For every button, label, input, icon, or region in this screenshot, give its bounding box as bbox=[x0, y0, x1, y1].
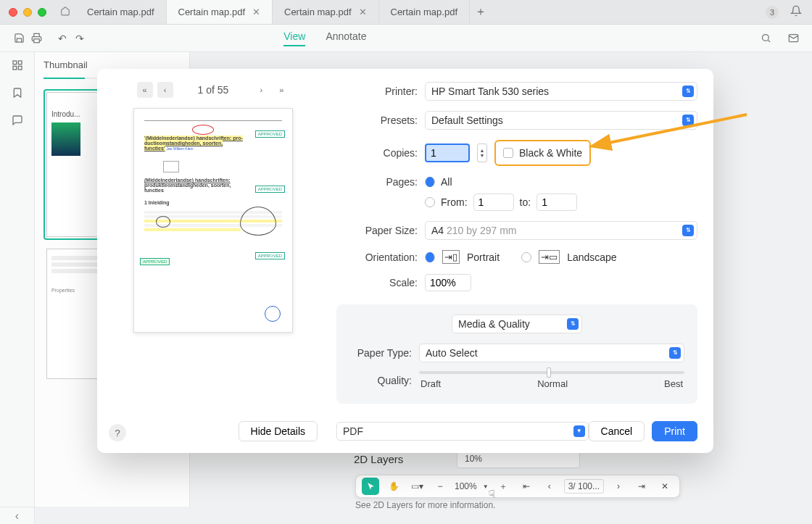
updown-icon: ⇅ bbox=[567, 318, 579, 330]
pages-all-label: All bbox=[441, 176, 452, 188]
close-tab-icon[interactable]: ✕ bbox=[359, 7, 367, 17]
zoom-in-icon[interactable]: ＋ bbox=[494, 478, 512, 495]
comments-panel-icon[interactable] bbox=[12, 115, 23, 129]
mail-icon[interactable] bbox=[784, 30, 802, 47]
to-input[interactable] bbox=[536, 194, 577, 211]
close-tab-icon[interactable]: ✕ bbox=[252, 7, 260, 17]
paper-type-label: Paper Type: bbox=[349, 347, 412, 359]
updown-icon: ⇅ bbox=[682, 115, 694, 126]
first-preview-icon[interactable]: « bbox=[137, 82, 153, 98]
portrait-icon: ⇥▯ bbox=[442, 250, 460, 264]
landscape-radio[interactable] bbox=[521, 252, 531, 262]
print-button[interactable]: Print bbox=[652, 421, 697, 441]
stamp-approved: APPROVED bbox=[255, 130, 285, 138]
quality-slider[interactable] bbox=[419, 371, 684, 374]
cursor-tool-icon[interactable] bbox=[362, 478, 379, 495]
portrait-radio[interactable] bbox=[425, 252, 435, 262]
cancel-button[interactable]: Cancel bbox=[589, 421, 645, 441]
tab-3[interactable]: Certain map.pdf bbox=[379, 0, 471, 24]
prev-page-icon[interactable]: ‹ bbox=[541, 478, 558, 495]
pages-range-radio[interactable] bbox=[425, 197, 435, 207]
tab-label: Certain map.pdf bbox=[391, 7, 458, 17]
fullscreen-window-icon[interactable] bbox=[38, 8, 46, 17]
search-icon[interactable] bbox=[757, 30, 774, 47]
tab-label: Certain map.pdf bbox=[87, 7, 154, 17]
copies-stepper[interactable]: ▲▼ bbox=[477, 144, 487, 162]
bookmarks-panel-icon[interactable] bbox=[12, 87, 23, 101]
zoom-out-icon[interactable]: − bbox=[431, 478, 449, 495]
print-preview: APPROVED '(Middelnederlandse) handschrif… bbox=[133, 108, 293, 333]
last-page-icon[interactable]: ⇥ bbox=[633, 478, 650, 495]
redo-icon[interactable]: ↷ bbox=[71, 30, 88, 47]
pdf-dropdown[interactable]: PDF ▼ bbox=[336, 422, 589, 441]
paper-size-value-a: A4 bbox=[431, 225, 444, 236]
hand-tool-icon[interactable]: ✋ bbox=[385, 478, 402, 495]
main-toolbar: ↶ ↷ View Annotate bbox=[0, 25, 812, 52]
page-indicator: 1 of 55 bbox=[198, 84, 229, 96]
q-draft: Draft bbox=[420, 378, 441, 389]
undo-icon[interactable]: ↶ bbox=[54, 30, 71, 47]
close-window-icon[interactable] bbox=[9, 8, 17, 17]
bell-icon[interactable] bbox=[790, 5, 802, 20]
paper-size-select[interactable]: A4 210 by 297 mm ⇅ bbox=[425, 221, 697, 240]
tab-0[interactable]: Certain map.pdf bbox=[75, 0, 167, 24]
landscape-icon: ⇥▭ bbox=[539, 250, 560, 264]
page-display-icon[interactable]: ▭▾ bbox=[408, 478, 426, 495]
printer-select[interactable]: HP Smart Tank 530 series ⇅ bbox=[425, 82, 697, 101]
bg-layers-title: 2D Layers bbox=[354, 453, 403, 465]
print-icon[interactable] bbox=[28, 30, 45, 47]
section-select[interactable]: Media & Quality ⇅ bbox=[452, 315, 582, 333]
new-tab-button[interactable]: ＋ bbox=[470, 4, 492, 20]
q-normal: Normal bbox=[537, 378, 568, 389]
minimize-window-icon[interactable] bbox=[23, 8, 32, 17]
paper-size-value-b: 210 by 297 mm bbox=[447, 225, 517, 236]
svg-rect-0 bbox=[33, 39, 39, 43]
left-rail bbox=[0, 52, 35, 507]
next-preview-icon[interactable]: › bbox=[253, 82, 269, 98]
thumbnails-panel-icon[interactable] bbox=[12, 59, 23, 74]
presets-select[interactable]: Default Settings ⇅ bbox=[425, 111, 697, 130]
svg-rect-4 bbox=[18, 61, 22, 65]
media-quality-section: Media & Quality ⇅ Paper Type: Auto Selec… bbox=[336, 304, 697, 404]
chevron-down-icon: ▼ bbox=[573, 425, 585, 437]
collapse-sidebar-icon[interactable]: ‹ bbox=[0, 507, 35, 524]
floating-toolbar: ✋ ▭▾ − 100% ▼ ＋ ⇤ ‹ 3/ 100... › ⇥ ✕ bbox=[355, 475, 680, 498]
close-toolbar-icon[interactable]: ✕ bbox=[656, 478, 674, 495]
bg-layers-hint: See 2D Layers for more information. bbox=[355, 500, 495, 510]
annotate-tab[interactable]: Annotate bbox=[326, 30, 366, 46]
paper-size-label: Paper Size: bbox=[336, 225, 418, 236]
from-input[interactable] bbox=[473, 194, 514, 211]
copies-input[interactable] bbox=[425, 144, 470, 162]
last-preview-icon[interactable]: » bbox=[273, 82, 289, 98]
hide-details-button[interactable]: Hide Details bbox=[239, 421, 318, 441]
scale-input[interactable] bbox=[425, 274, 471, 291]
tab-1[interactable]: Certain map.pdf ✕ bbox=[167, 0, 273, 24]
view-tab[interactable]: View bbox=[283, 30, 305, 46]
prev-preview-icon[interactable]: ‹ bbox=[157, 82, 173, 98]
print-dialog: « ‹ 1 of 55 › » APPROVED '(Middelnederla… bbox=[97, 69, 713, 453]
svg-point-1 bbox=[762, 35, 768, 41]
orientation-label: Orientation: bbox=[336, 251, 418, 263]
from-label: From: bbox=[441, 196, 468, 208]
svg-rect-5 bbox=[13, 66, 17, 70]
bw-highlight-box: Black & White bbox=[494, 140, 591, 166]
svg-rect-6 bbox=[18, 66, 22, 70]
titlebar: Certain map.pdf Certain map.pdf ✕ Certai… bbox=[0, 0, 812, 25]
tab-label: Certain map.pdf bbox=[178, 7, 246, 17]
bg-zoom-value: 10% bbox=[465, 454, 482, 464]
tab-2[interactable]: Certain map.pdf ✕ bbox=[273, 0, 379, 24]
landscape-label: Landscape bbox=[567, 251, 617, 263]
save-icon[interactable] bbox=[10, 30, 28, 47]
bw-checkbox[interactable] bbox=[503, 148, 513, 158]
pages-all-radio[interactable] bbox=[425, 177, 435, 187]
pages-label: Pages: bbox=[336, 176, 418, 188]
notification-count[interactable]: 3 bbox=[766, 6, 779, 19]
help-button[interactable]: ? bbox=[109, 424, 126, 441]
page-field[interactable]: 3/ 100... bbox=[564, 479, 604, 494]
home-icon[interactable] bbox=[55, 6, 75, 18]
scale-label: Scale: bbox=[336, 277, 418, 288]
first-page-icon[interactable]: ⇤ bbox=[518, 478, 535, 495]
paper-type-select[interactable]: Auto Select ⇅ bbox=[419, 344, 684, 362]
next-page-icon[interactable]: › bbox=[610, 478, 627, 495]
tab-strip: Certain map.pdf Certain map.pdf ✕ Certai… bbox=[75, 0, 755, 24]
